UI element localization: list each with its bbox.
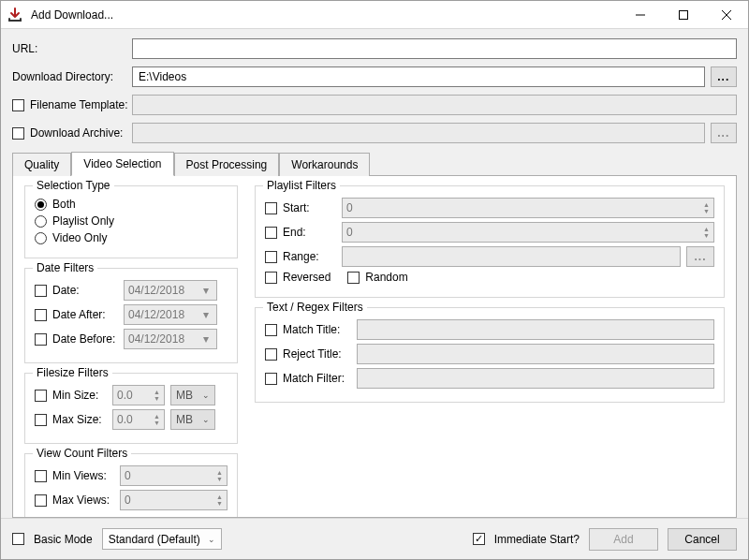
browse-directory-button[interactable]: ... bbox=[711, 66, 737, 87]
min-size-label: Min Size: bbox=[52, 389, 107, 402]
spinner-icon: ▲▼ bbox=[703, 226, 710, 239]
top-form: URL: Download Directory: ... Filename Te… bbox=[1, 29, 748, 151]
spinner-icon: ▲▼ bbox=[154, 389, 160, 402]
filename-template-checkbox[interactable] bbox=[12, 99, 24, 111]
date-filters-group: Date Filters Date: 04/12/2018▾ Date Afte… bbox=[24, 268, 238, 363]
add-button[interactable]: Add bbox=[589, 528, 658, 551]
random-label: Random bbox=[365, 271, 407, 284]
browse-archive-button[interactable]: ... bbox=[711, 123, 737, 143]
chevron-down-icon: ⌄ bbox=[208, 535, 215, 544]
date-after-checkbox[interactable] bbox=[35, 309, 47, 321]
title-bar: Add Download... bbox=[1, 1, 748, 29]
date-before-checkbox[interactable] bbox=[35, 333, 47, 346]
min-size-unit: MB⌄ bbox=[170, 385, 215, 405]
calendar-icon: ▾ bbox=[199, 284, 213, 297]
max-size-input: 0.0▲▼ bbox=[112, 409, 165, 430]
spinner-icon: ▲▼ bbox=[216, 469, 223, 482]
radio-video-only[interactable] bbox=[35, 232, 47, 244]
date-before-label: Date Before: bbox=[52, 332, 118, 346]
viewcount-filters-legend: View Count Filters bbox=[33, 447, 131, 460]
reject-title-input bbox=[357, 344, 714, 364]
selection-type-group: Selection Type Both Playlist Only Video … bbox=[24, 185, 238, 258]
svg-rect-1 bbox=[680, 10, 688, 19]
url-label: URL: bbox=[12, 42, 132, 55]
text-filters-legend: Text / Regex Filters bbox=[263, 301, 367, 314]
playlist-range-browse-button[interactable]: ... bbox=[686, 246, 714, 267]
date-label: Date: bbox=[52, 284, 118, 297]
spinner-icon: ▲▼ bbox=[216, 494, 223, 507]
max-size-label: Max Size: bbox=[52, 413, 107, 426]
viewcount-filters-group: View Count Filters Min Views: 0▲▼ Max Vi… bbox=[24, 453, 238, 518]
playlist-start-input: 0▲▼ bbox=[342, 198, 714, 218]
tab-video-selection[interactable]: Video Selection bbox=[71, 152, 173, 176]
download-directory-input[interactable] bbox=[132, 66, 705, 87]
text-filters-group: Text / Regex Filters Match Title: Reject… bbox=[255, 307, 725, 403]
playlist-end-input: 0▲▼ bbox=[342, 222, 714, 243]
playlist-filters-legend: Playlist Filters bbox=[263, 179, 340, 192]
spinner-icon: ▲▼ bbox=[703, 201, 710, 214]
tab-panel-video-selection: Selection Type Both Playlist Only Video … bbox=[12, 175, 737, 518]
date-filters-legend: Date Filters bbox=[33, 261, 97, 274]
match-title-checkbox[interactable] bbox=[265, 324, 277, 336]
playlist-end-label: End: bbox=[283, 226, 306, 239]
playlist-end-checkbox[interactable] bbox=[265, 227, 277, 239]
min-views-input: 0▲▼ bbox=[120, 465, 228, 486]
chevron-down-icon: ⌄ bbox=[202, 415, 210, 424]
calendar-icon: ▾ bbox=[199, 308, 213, 321]
maximize-button[interactable] bbox=[662, 1, 705, 29]
date-after-label: Date After: bbox=[52, 308, 118, 321]
match-filter-label: Match Filter: bbox=[283, 372, 345, 385]
spinner-icon: ▲▼ bbox=[154, 413, 160, 426]
reversed-checkbox[interactable] bbox=[265, 272, 277, 284]
tab-quality[interactable]: Quality bbox=[12, 153, 71, 176]
max-views-input: 0▲▼ bbox=[120, 490, 228, 510]
min-views-label: Min Views: bbox=[52, 469, 114, 482]
date-after-input: 04/12/2018▾ bbox=[124, 304, 217, 325]
reject-title-label: Reject Title: bbox=[283, 347, 342, 361]
filename-template-label: Filename Template: bbox=[30, 98, 128, 111]
match-filter-checkbox[interactable] bbox=[265, 373, 277, 385]
minimize-button[interactable] bbox=[619, 1, 662, 29]
download-archive-input bbox=[132, 123, 705, 143]
playlist-range-checkbox[interactable] bbox=[265, 251, 277, 263]
max-size-unit: MB⌄ bbox=[170, 409, 215, 430]
playlist-start-checkbox[interactable] bbox=[265, 202, 277, 214]
radio-both[interactable] bbox=[35, 199, 47, 211]
filesize-filters-legend: Filesize Filters bbox=[33, 366, 112, 379]
filename-template-input bbox=[132, 95, 737, 115]
max-views-checkbox[interactable] bbox=[35, 494, 47, 507]
window-title: Add Download... bbox=[29, 8, 619, 22]
date-checkbox[interactable] bbox=[35, 285, 47, 297]
basic-mode-label: Basic Mode bbox=[34, 533, 93, 546]
add-download-dialog: Add Download... URL: Download Directory:… bbox=[0, 0, 749, 560]
cancel-button[interactable]: Cancel bbox=[668, 528, 737, 551]
close-button[interactable] bbox=[705, 1, 748, 29]
tab-strip: Quality Video Selection Post Processing … bbox=[1, 151, 748, 175]
basic-mode-checkbox[interactable] bbox=[12, 533, 24, 545]
app-icon bbox=[1, 7, 29, 22]
playlist-start-label: Start: bbox=[283, 201, 310, 214]
reversed-label: Reversed bbox=[283, 271, 330, 284]
min-size-checkbox[interactable] bbox=[35, 390, 47, 402]
tab-post-processing[interactable]: Post Processing bbox=[174, 153, 280, 176]
min-views-checkbox[interactable] bbox=[35, 470, 47, 482]
match-title-label: Match Title: bbox=[283, 323, 340, 336]
immediate-start-checkbox[interactable] bbox=[473, 533, 485, 545]
tab-workarounds[interactable]: Workarounds bbox=[279, 153, 370, 176]
url-input[interactable] bbox=[132, 38, 737, 59]
calendar-icon: ▾ bbox=[199, 332, 213, 346]
immediate-start-label: Immediate Start? bbox=[494, 533, 580, 546]
preset-selected-label: Standard (Default) bbox=[109, 533, 200, 546]
radio-playlist-only[interactable] bbox=[35, 215, 47, 228]
preset-select[interactable]: Standard (Default) ⌄ bbox=[102, 528, 222, 550]
date-input: 04/12/2018▾ bbox=[124, 280, 217, 301]
playlist-range-input bbox=[342, 246, 681, 267]
download-archive-checkbox[interactable] bbox=[12, 127, 24, 140]
radio-playlist-only-label: Playlist Only bbox=[52, 214, 114, 228]
random-checkbox[interactable] bbox=[347, 272, 360, 284]
max-size-checkbox[interactable] bbox=[35, 414, 47, 426]
min-size-input: 0.0▲▼ bbox=[112, 385, 165, 405]
radio-both-label: Both bbox=[52, 198, 76, 211]
reject-title-checkbox[interactable] bbox=[265, 348, 277, 361]
radio-video-only-label: Video Only bbox=[52, 231, 107, 244]
